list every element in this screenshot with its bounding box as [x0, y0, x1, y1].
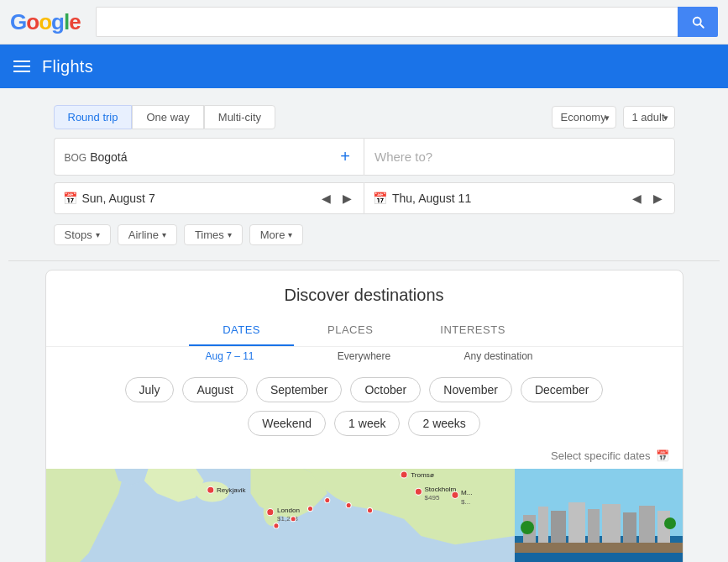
svg-point-21 [367, 508, 372, 513]
chip-october[interactable]: October [350, 377, 421, 402]
map-svg: Tromsø Reykjavik Stockholm $495 London $… [46, 469, 515, 562]
depart-prev-button[interactable]: ◀ [318, 190, 334, 207]
tab-places[interactable]: PLACES [294, 317, 406, 346]
svg-point-7 [415, 488, 422, 495]
svg-rect-31 [602, 504, 621, 544]
stops-filter-label: Stops [65, 228, 92, 241]
one-way-button[interactable]: One way [132, 105, 203, 129]
flights-header: Flights [0, 45, 728, 88]
depart-calendar-icon: 📅 [63, 192, 77, 205]
svg-rect-36 [515, 553, 683, 562]
destination-field[interactable]: Where to? [364, 138, 675, 176]
trip-type-buttons: Round trip One way Multi-city [54, 105, 276, 129]
depart-next-button[interactable]: ▶ [339, 190, 355, 207]
google-logo: G o o g l e [10, 9, 81, 35]
chip-december[interactable]: December [521, 377, 604, 402]
svg-text:Reykjavik: Reykjavik [216, 486, 246, 494]
tabs-sub-row: Aug 7 – 11 Everywhere Any destination [46, 347, 683, 365]
more-filter-button[interactable]: More ▾ [249, 224, 304, 245]
svg-point-15 [451, 491, 458, 498]
hamburger-line [13, 66, 30, 67]
search-bar-wrapper [96, 7, 718, 37]
svg-point-10 [266, 509, 273, 516]
airline-filter-label: Airline [128, 228, 159, 241]
origin-destination-row: BOGBogotá + Where to? [54, 138, 675, 176]
map-area[interactable]: Tromsø Reykjavik Stockholm $495 London $… [46, 469, 515, 562]
chip-1week[interactable]: 1 week [334, 411, 400, 436]
chip-2weeks[interactable]: 2 weeks [408, 411, 479, 436]
tab-places-sub: Everywhere [297, 347, 432, 365]
discover-tabs: DATES PLACES INTERESTS [46, 317, 683, 347]
tab-interests[interactable]: INTERESTS [406, 317, 538, 346]
svg-point-40 [664, 517, 676, 529]
svg-point-18 [307, 507, 312, 512]
class-select-wrapper: Economy [552, 106, 616, 129]
chip-august[interactable]: August [182, 377, 248, 402]
calendar-icon: 📅 [656, 449, 669, 462]
tab-interests-sub: Any destination [432, 347, 566, 365]
return-prev-button[interactable]: ◀ [629, 190, 645, 207]
chip-july[interactable]: July [125, 377, 175, 402]
chip-november[interactable]: November [429, 377, 512, 402]
svg-text:London: London [276, 507, 299, 514]
times-chevron-icon: ▾ [228, 230, 232, 239]
trip-type-row: Round trip One way Multi-city Economy 1 … [54, 105, 675, 129]
date-row: 📅 Sun, August 7 ◀ ▶ 📅 Thu, August 11 ◀ ▶ [54, 182, 675, 214]
multi-city-button[interactable]: Multi-city [204, 105, 275, 129]
discover-panel: Discover destinations DATES PLACES INTER… [45, 270, 683, 562]
svg-rect-30 [588, 509, 600, 544]
select-specific-dates-row[interactable]: Select specific dates 📅 [46, 446, 683, 469]
depart-date-label: Sun, August 7 [82, 192, 155, 205]
svg-point-19 [324, 497, 329, 502]
depart-date-field[interactable]: 📅 Sun, August 7 ◀ ▶ [54, 182, 364, 214]
round-trip-button[interactable]: Round trip [54, 105, 133, 129]
top-search-bar: G o o g l e [0, 0, 728, 45]
flights-title: Flights [42, 57, 93, 76]
section-divider [8, 260, 720, 261]
tab-places-label: PLACES [327, 323, 373, 336]
passengers-select[interactable]: 1 adult [623, 106, 675, 129]
svg-text:Stockholm: Stockholm [424, 486, 456, 493]
origin-name: Bogotá [90, 150, 127, 164]
add-destination-button[interactable]: + [337, 147, 354, 166]
airline-chevron-icon: ▾ [162, 230, 166, 239]
hamburger-menu[interactable] [13, 60, 30, 72]
stops-filter-button[interactable]: Stops ▾ [54, 224, 111, 245]
chip-weekend[interactable]: Weekend [248, 411, 326, 436]
svg-point-39 [521, 521, 534, 534]
return-date-label: Thu, August 11 [392, 192, 471, 205]
return-next-button[interactable]: ▶ [650, 190, 666, 207]
svg-rect-27 [538, 507, 548, 544]
airline-filter-button[interactable]: Airline ▾ [118, 224, 177, 245]
svg-text:$495: $495 [424, 494, 440, 502]
flight-panel: Round trip One way Multi-city Economy 1 … [45, 105, 683, 252]
return-date-field[interactable]: 📅 Thu, August 11 ◀ ▶ [364, 182, 675, 214]
times-filter-label: Times [195, 228, 224, 241]
google-search-input[interactable] [96, 7, 678, 37]
tab-dates[interactable]: DATES [189, 317, 294, 346]
class-select[interactable]: Economy [552, 106, 616, 129]
passengers-select-wrapper: 1 adult [623, 106, 675, 129]
times-filter-button[interactable]: Times ▾ [184, 224, 243, 245]
return-date-nav: ◀ ▶ [629, 190, 666, 207]
stops-chevron-icon: ▾ [96, 230, 100, 239]
filters-row: Stops ▾ Airline ▾ Times ▾ More ▾ [54, 221, 675, 252]
right-controls: Economy 1 adult [552, 106, 675, 129]
hamburger-line [13, 60, 30, 62]
more-filter-label: More [260, 228, 285, 241]
chip-september[interactable]: September [256, 377, 342, 402]
map-section: Tromsø Reykjavik Stockholm $495 London $… [46, 469, 683, 562]
discover-title: Discover destinations [46, 286, 683, 305]
google-search-button[interactable] [678, 7, 718, 37]
return-calendar-icon: 📅 [373, 192, 387, 205]
tab-dates-label: DATES [223, 323, 260, 336]
hamburger-line [13, 71, 30, 72]
month-chips-row: July August September October November D… [46, 365, 683, 409]
svg-text:Tromsø: Tromsø [411, 471, 434, 479]
select-dates-label: Select specific dates [551, 449, 651, 462]
city-photo [515, 469, 683, 562]
svg-rect-32 [623, 512, 636, 544]
svg-rect-29 [568, 502, 585, 544]
origin-field[interactable]: BOGBogotá + [54, 138, 364, 176]
svg-rect-28 [551, 511, 566, 544]
